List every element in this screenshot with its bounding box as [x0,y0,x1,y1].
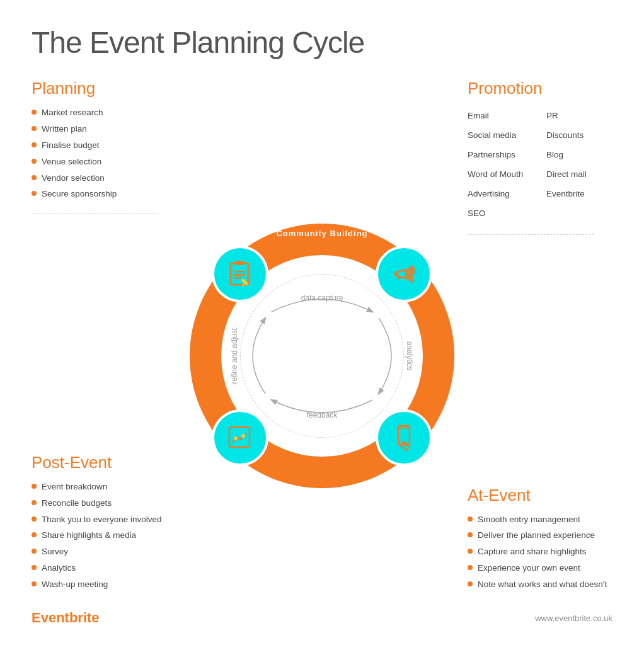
list-item: Event breakdown [32,481,176,493]
bullet-dot [32,142,37,147]
list-item: Deliver the planned experience [468,530,612,542]
bullet-dot [32,126,37,131]
promotion-grid: Email PR Social media Discounts Partners… [468,107,612,222]
right-column: Promotion Email PR Social media Discount… [468,79,612,633]
promo-item: Eventbrite [546,185,612,202]
bullet-dot [32,517,37,522]
clipboard-icon [224,258,256,290]
promo-item: PR [546,107,612,124]
promo-item: SEO [468,205,534,222]
bullet-dot [32,175,37,180]
svg-rect-17 [394,272,398,276]
svg-rect-9 [236,261,243,265]
content-area: Planning Market research Written plan Fi… [32,79,612,633]
svg-rect-20 [229,427,250,447]
promotion-section: Promotion Email PR Social media Discount… [468,79,612,248]
bullet-dot [468,581,473,586]
list-item: Smooth entry management [468,514,612,526]
at-event-list: Smooth entry management Deliver the plan… [468,514,612,591]
footer: Eventbrite www.eventbrite.co.uk [32,610,612,626]
post-event-list: Event breakdown Reconcile budgets Thank … [32,481,176,591]
cycle-area: Community Building [176,79,468,633]
list-item: Analytics [32,562,176,574]
list-item: Market research [32,107,176,119]
brand-logo: Eventbrite [32,610,100,626]
promo-item: Partnerships [468,146,534,163]
svg-rect-12 [234,277,241,279]
post-event-heading: Post-Event [32,453,176,472]
bullet-dot [32,549,37,554]
main-title: The Event Planning Cycle [32,25,612,60]
promo-item: Blog [546,146,612,163]
list-item: Finalise budget [32,140,176,152]
bullet-dot [32,191,37,196]
bullet-dot [468,517,473,522]
list-item: Note what works and what doesn't [468,579,612,591]
bullet-dot [32,565,37,570]
post-event-icon-circle [212,409,268,466]
svg-point-22 [241,434,245,438]
bullet-dot [32,500,37,505]
list-item: Wash-up meeting [32,579,176,591]
svg-rect-10 [234,271,245,273]
bullet-dot [32,532,37,537]
list-item: Written plan [32,123,176,135]
website-url: www.eventbrite.co.uk [535,614,612,623]
list-item: Secure sponsorship [32,188,176,200]
megaphone-icon [388,258,420,290]
list-item: Venue selection [32,156,176,168]
divider [32,213,158,214]
page: The Event Planning Cycle Planning Market… [0,0,644,645]
list-item: Share highlights & media [32,530,176,542]
chart-icon [224,422,256,454]
bullet-dot [468,549,473,554]
bullet-dot [32,110,37,115]
planning-heading: Planning [32,79,176,98]
at-event-section: At-Event Smooth entry management Deliver… [468,486,612,595]
promo-item: Word of Mouth [468,166,534,183]
promotion-icon-circle [376,246,432,302]
bullet-dot [468,532,473,537]
at-event-heading: At-Event [468,486,612,505]
list-item: Vendor selection [32,173,176,185]
planning-list: Market research Written plan Finalise bu… [32,107,176,200]
at-event-icon-circle [376,409,432,466]
left-column: Planning Market research Written plan Fi… [32,79,176,633]
bullet-dot [32,159,37,164]
list-item: Survey [32,546,176,558]
list-item: Reconcile budgets [32,498,176,510]
list-item: Capture and share highlights [468,546,612,558]
list-item: Experience your own event [468,562,612,574]
svg-rect-11 [234,274,245,276]
promo-item: Email [468,107,534,124]
list-item: Thank you to everyone involved [32,514,176,526]
promo-item: Social media [468,127,534,144]
svg-point-21 [234,437,238,440]
planning-section: Planning Market research Written plan Fi… [32,79,176,226]
bullet-dot [32,484,37,489]
bullet-dot [32,581,37,586]
promo-item: Direct mail [546,166,612,183]
svg-rect-24 [398,426,410,429]
cycle-diagram: Community Building [190,224,454,488]
bullet-dot [468,565,473,570]
community-building-label: Community Building [276,229,367,238]
promo-item: Discounts [546,127,612,144]
dashed-circle [240,274,404,438]
planning-icon-circle [212,246,268,302]
promo-item: Advertising [468,185,534,202]
phone-icon [388,422,420,454]
post-event-section: Post-Event Event breakdown Reconcile bud… [32,453,176,595]
promotion-heading: Promotion [468,79,612,98]
svg-marker-16 [406,265,413,283]
divider [468,234,594,235]
